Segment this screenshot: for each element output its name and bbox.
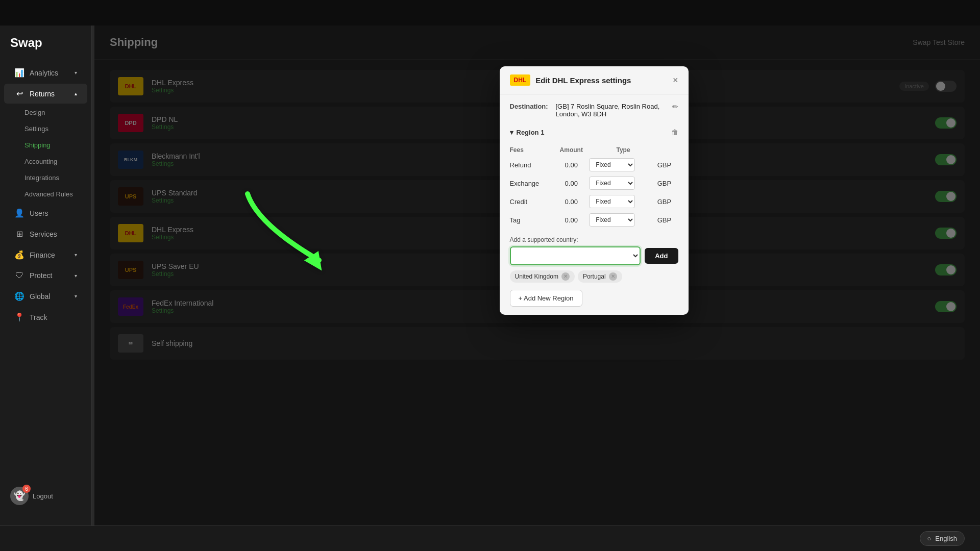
language-icon: ○ bbox=[927, 535, 932, 542]
fee-row-credit: Credit 0.00 FixedPercentage GBP bbox=[510, 192, 678, 211]
remove-country-button[interactable]: ✕ bbox=[609, 272, 617, 281]
logout-label[interactable]: Logout bbox=[33, 492, 53, 500]
chevron-down-icon: ▾ bbox=[510, 129, 513, 136]
add-country-label: Add a supported country: bbox=[510, 236, 678, 243]
modal-header: DHL Edit DHL Express settings × bbox=[500, 66, 689, 94]
sidebar-sub-accounting[interactable]: Accounting bbox=[14, 154, 87, 169]
fee-amount: 0.00 bbox=[553, 211, 589, 229]
destination-label: Destination: bbox=[510, 103, 556, 110]
sidebar-item-returns[interactable]: ↩ Returns ▴ bbox=[4, 84, 87, 104]
sidebar-sub-design[interactable]: Design bbox=[14, 105, 87, 120]
sidebar-item-finance[interactable]: 💰 Finance ▾ bbox=[4, 245, 87, 265]
country-tag: Portugal ✕ bbox=[578, 270, 622, 283]
country-section: Add a supported country: United Kingdom … bbox=[510, 236, 678, 307]
remove-country-button[interactable]: ✕ bbox=[561, 272, 570, 281]
language-button[interactable]: ○ English bbox=[920, 531, 965, 546]
modal-title-area: DHL Edit DHL Express settings bbox=[510, 74, 631, 86]
sidebar-item-label: Users bbox=[30, 209, 48, 217]
fee-type-cell: FixedPercentage bbox=[589, 211, 657, 229]
country-select[interactable]: United Kingdom Portugal Germany France N… bbox=[510, 246, 641, 265]
add-region-button[interactable]: + Add New Region bbox=[510, 290, 582, 307]
notification-badge: 6 bbox=[22, 485, 31, 493]
type-col-header: Type bbox=[589, 144, 657, 156]
sidebar-item-services[interactable]: ⊞ Services bbox=[4, 224, 87, 244]
region-title: ▾ Region 1 bbox=[510, 129, 545, 136]
fee-amount: 0.00 bbox=[553, 174, 589, 192]
country-tag-label: United Kingdom bbox=[515, 273, 558, 280]
fee-type-cell: FixedPercentage bbox=[589, 192, 657, 211]
delete-region-icon[interactable]: 🗑 bbox=[671, 128, 678, 136]
country-tags: United Kingdom ✕ Portugal ✕ bbox=[510, 270, 678, 283]
avatar-icon: 👻 bbox=[14, 490, 25, 502]
fee-amount: 0.00 bbox=[553, 156, 589, 174]
returns-icon: ↩ bbox=[14, 89, 24, 98]
chevron-down-icon: ▾ bbox=[75, 273, 77, 279]
user-logout-area[interactable]: 👻 6 Logout bbox=[0, 482, 91, 510]
fee-row-exchange: Exchange 0.00 FixedPercentage GBP bbox=[510, 174, 678, 192]
country-add-row: United Kingdom Portugal Germany France N… bbox=[510, 246, 678, 265]
fee-label: Refund bbox=[510, 156, 554, 174]
finance-icon: 💰 bbox=[14, 250, 24, 260]
sidebar-item-protect[interactable]: 🛡 Protect ▾ bbox=[4, 266, 87, 285]
sidebar-item-analytics[interactable]: 📊 Analytics ▾ bbox=[4, 63, 87, 83]
fee-type-select[interactable]: FixedPercentage bbox=[589, 213, 635, 227]
modal-body: Destination: [GB] 7 Roslin Square, Rosli… bbox=[500, 94, 689, 315]
fee-currency: GBP bbox=[657, 174, 678, 192]
chevron-down-icon: ▾ bbox=[75, 252, 77, 258]
country-tag: United Kingdom ✕ bbox=[510, 270, 575, 283]
fee-type-cell: FixedPercentage bbox=[589, 156, 657, 174]
users-icon: 👤 bbox=[14, 208, 24, 218]
destination-row: Destination: [GB] 7 Roslin Square, Rosli… bbox=[510, 103, 678, 118]
dhl-logo: DHL bbox=[510, 74, 531, 86]
fee-type-select[interactable]: FixedPercentage bbox=[589, 158, 635, 171]
returns-submenu: Design Settings Shipping Accounting Inte… bbox=[0, 104, 91, 203]
fees-table: Fees Amount Type Refund 0.00 Fi bbox=[510, 144, 678, 229]
region-label: Region 1 bbox=[517, 129, 545, 136]
fees-col-header: Fees bbox=[510, 144, 554, 156]
top-bar bbox=[0, 0, 980, 26]
chevron-down-icon: ▾ bbox=[75, 70, 77, 76]
global-icon: 🌐 bbox=[14, 291, 24, 301]
fee-type-select[interactable]: FixedPercentage bbox=[589, 177, 635, 190]
add-country-button[interactable]: Add bbox=[645, 248, 678, 264]
services-icon: ⊞ bbox=[14, 229, 24, 239]
sidebar-item-label: Analytics bbox=[30, 69, 58, 77]
sidebar-item-label: Global bbox=[30, 292, 50, 300]
sidebar-sub-integrations[interactable]: Integrations bbox=[14, 170, 87, 186]
avatar: 👻 6 bbox=[10, 487, 29, 505]
sidebar-item-label: Returns bbox=[30, 90, 55, 98]
edit-destination-icon[interactable]: ✏ bbox=[672, 103, 678, 111]
country-tag-label: Portugal bbox=[583, 273, 606, 280]
close-button[interactable]: × bbox=[673, 76, 678, 85]
sidebar-item-label: Protect bbox=[30, 271, 52, 280]
fee-label: Credit bbox=[510, 192, 554, 211]
chevron-up-icon: ▴ bbox=[75, 91, 77, 96]
chevron-down-icon: ▾ bbox=[75, 293, 77, 299]
sidebar-item-label: Finance bbox=[30, 251, 55, 259]
bottom-bar: ○ English bbox=[0, 525, 980, 551]
sidebar-sub-settings[interactable]: Settings bbox=[14, 121, 87, 137]
modal-title: Edit DHL Express settings bbox=[535, 76, 631, 85]
sidebar: Swap 📊 Analytics ▾ ↩ Returns ▴ Design Se… bbox=[0, 26, 92, 525]
sidebar-sub-advanced-rules[interactable]: Advanced Rules bbox=[14, 186, 87, 202]
sidebar-sub-shipping[interactable]: Shipping bbox=[14, 137, 87, 153]
fee-amount: 0.00 bbox=[553, 192, 589, 211]
sidebar-item-global[interactable]: 🌐 Global ▾ bbox=[4, 286, 87, 306]
main-content: Shipping Swap Test Store DHL DHL Express… bbox=[94, 26, 980, 525]
analytics-icon: 📊 bbox=[14, 68, 24, 78]
fee-label: Tag bbox=[510, 211, 554, 229]
amount-col-header: Amount bbox=[553, 144, 589, 156]
sidebar-item-track[interactable]: 📍 Track bbox=[4, 307, 87, 327]
fee-currency: GBP bbox=[657, 192, 678, 211]
destination-value: [GB] 7 Roslin Square, Roslin Road, Londo… bbox=[556, 103, 672, 118]
language-label: English bbox=[935, 535, 957, 542]
sidebar-bottom: 👻 6 Logout bbox=[0, 477, 91, 515]
fee-type-select[interactable]: FixedPercentage bbox=[589, 195, 635, 208]
fee-row-tag: Tag 0.00 FixedPercentage GBP bbox=[510, 211, 678, 229]
modal-edit-dhl: DHL Edit DHL Express settings × Destinat… bbox=[500, 66, 689, 315]
sidebar-item-users[interactable]: 👤 Users bbox=[4, 203, 87, 223]
app-logo: Swap bbox=[0, 36, 91, 62]
fee-currency: GBP bbox=[657, 211, 678, 229]
fee-row-refund: Refund 0.00 FixedPercentage GBP bbox=[510, 156, 678, 174]
protect-icon: 🛡 bbox=[14, 271, 24, 280]
